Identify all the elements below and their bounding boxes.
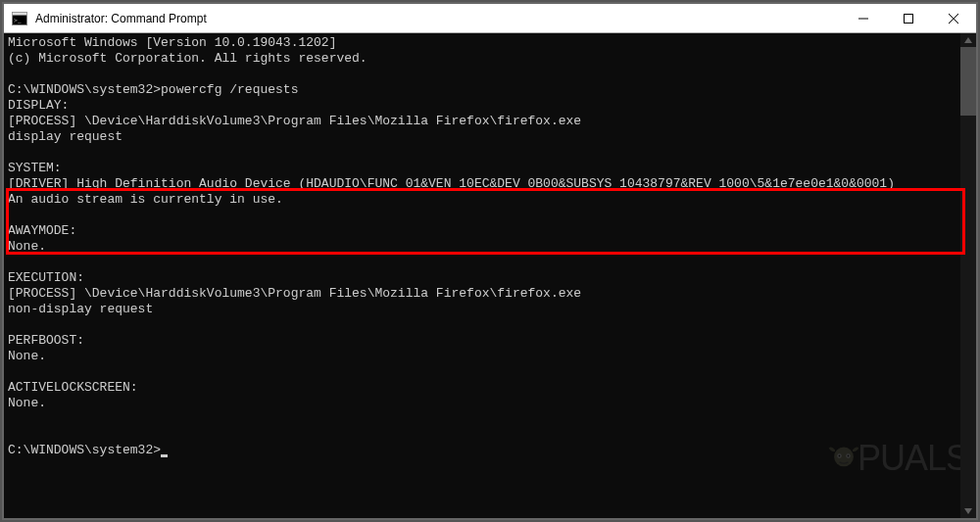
output-line: ACTIVELOCKSCREEN:: [8, 380, 138, 395]
console-body[interactable]: PUALS Microsoft Windows [Version 10.0.19…: [4, 33, 976, 518]
output-line: None.: [8, 349, 46, 363]
output-line: AWAYMODE:: [8, 223, 76, 238]
window-title: Administrator: Command Prompt: [35, 12, 841, 25]
svg-rect-1: [13, 12, 27, 15]
output-line: [PROCESS] \Device\HarddiskVolume3\Progra…: [8, 114, 581, 128]
output-line: display request: [8, 129, 122, 144]
titlebar[interactable]: >_ Administrator: Command Prompt: [4, 4, 976, 33]
output-line: DISPLAY:: [8, 98, 69, 113]
output-line: None.: [8, 396, 46, 410]
output-line: SYSTEM:: [8, 161, 62, 175]
output-line: (c) Microsoft Corporation. All rights re…: [8, 51, 368, 66]
cursor: [161, 454, 168, 457]
output-line: An audio stream is currently in use.: [8, 192, 283, 207]
window-controls: [841, 4, 976, 32]
svg-rect-4: [905, 14, 913, 23]
svg-text:>_: >_: [14, 17, 22, 24]
output-line: non-display request: [8, 302, 153, 316]
output-line: None.: [8, 239, 46, 254]
output-line: Microsoft Windows [Version 10.0.19043.12…: [8, 35, 336, 50]
maximize-button[interactable]: [886, 4, 931, 32]
output-line: [PROCESS] \Device\HarddiskVolume3\Progra…: [8, 286, 581, 301]
scroll-down-icon[interactable]: [960, 504, 976, 518]
close-button[interactable]: [931, 4, 976, 32]
prompt-line: C:\WINDOWS\system32>: [8, 443, 161, 457]
output-line: EXECUTION:: [8, 270, 84, 285]
console-output: Microsoft Windows [Version 10.0.19043.12…: [4, 33, 976, 460]
prompt-line: C:\WINDOWS\system32>powercfg /requests: [8, 82, 298, 97]
command-prompt-window: >_ Administrator: Command Prompt: [4, 4, 976, 518]
output-line: [DRIVER] High Definition Audio Device (H…: [8, 176, 895, 191]
minimize-button[interactable]: [841, 4, 886, 32]
cmd-icon: >_: [12, 11, 27, 26]
output-line: PERFBOOST:: [8, 333, 84, 348]
